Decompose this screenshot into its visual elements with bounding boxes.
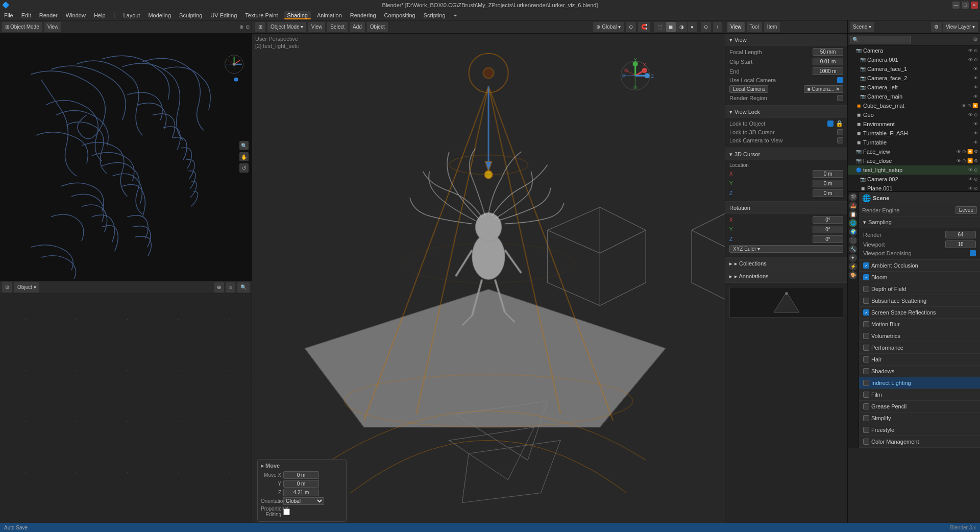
render-icon[interactable]: 🎬 <box>849 193 857 201</box>
rendered-btn[interactable]: ● <box>688 22 697 32</box>
world-icon[interactable]: 🌍 <box>849 228 857 236</box>
tab-shading[interactable]: Shading <box>284 11 311 19</box>
cursor-x-value[interactable]: 0 m <box>813 170 843 178</box>
snap-btn[interactable]: 🧲 <box>638 22 650 32</box>
outliner-search[interactable] <box>850 36 911 43</box>
n-panel-tool-btn[interactable]: Tool <box>747 22 762 32</box>
rotate-tool[interactable]: ↺ <box>239 163 249 173</box>
node-editor-canvas[interactable] <box>0 294 252 532</box>
viewport-denoising-checkbox[interactable] <box>970 250 976 256</box>
view-layer-icon[interactable]: 📋 <box>849 210 857 219</box>
menu-help[interactable]: Help <box>92 12 108 18</box>
tab-animation[interactable]: Animation <box>315 12 344 18</box>
modifier-icon[interactable]: 🔧 <box>849 245 857 253</box>
pan-tool[interactable]: ✋ <box>239 152 249 161</box>
outliner-item-face-view[interactable]: 📷 Face_view 👁 ⊙ 🔽 ⚙ <box>848 147 980 156</box>
hair-checkbox[interactable] <box>863 356 869 362</box>
ao-checkbox[interactable]: ✓ <box>863 262 869 269</box>
outliner-item-camera-face2[interactable]: 📷 Camera_face_2 👁 <box>848 74 980 83</box>
local-camera-btn[interactable]: Local Camera <box>729 85 768 93</box>
cursor-y-value[interactable]: 0 m <box>813 180 843 187</box>
simplify-title[interactable]: Simplify <box>859 413 980 424</box>
scene-icon[interactable]: 🌐 <box>849 219 857 227</box>
grease-pencil-title[interactable]: Grease Pencil <box>859 401 980 412</box>
outliner-item-camera-face1[interactable]: 📷 Camera_face_1 👁 <box>848 64 980 74</box>
scene-selector-btn[interactable]: Scene ▾ <box>850 22 874 32</box>
cursor-z-value[interactable]: 0 m <box>813 189 843 197</box>
lock-camera-view-checkbox[interactable] <box>837 137 843 143</box>
overlay-btn[interactable]: ⊙ <box>701 22 711 32</box>
tab-rendering[interactable]: Rendering <box>348 12 378 18</box>
freestyle-title[interactable]: Freestyle <box>859 424 980 436</box>
move-x-input[interactable] <box>283 471 319 479</box>
close-btn[interactable]: ✕ <box>971 2 978 9</box>
filter-btn[interactable]: ⚙ <box>931 22 942 32</box>
vol-title[interactable]: Volumetrics <box>859 330 980 342</box>
tab-sculpting[interactable]: Sculpting <box>177 12 204 18</box>
n-panel-item-btn[interactable]: Item <box>764 22 780 32</box>
output-icon[interactable]: 📤 <box>849 202 857 210</box>
move-y-input[interactable] <box>283 480 319 488</box>
gizmo-btn[interactable]: ↑ <box>713 22 722 32</box>
outliner-item-face-close[interactable]: 📷 Face_close 👁 ⊙ 🔽 ⚙ <box>848 156 980 165</box>
prop-editing-checkbox[interactable] <box>283 509 290 515</box>
menu-file[interactable]: File <box>2 12 15 18</box>
render-region-checkbox[interactable] <box>837 95 843 101</box>
menu-edit[interactable]: Edit <box>19 12 33 18</box>
view-section-header[interactable]: ▾ View <box>725 34 847 46</box>
view-menu-btn[interactable]: View <box>308 22 326 32</box>
color-management-checkbox[interactable] <box>863 439 869 445</box>
wireframe-btn[interactable]: ⬚ <box>654 22 665 32</box>
minimize-btn[interactable]: — <box>952 2 960 9</box>
lock-3d-cursor-checkbox[interactable] <box>837 129 843 135</box>
outliner-item-turntable[interactable]: ◼ Turntable 👁 <box>848 138 980 147</box>
lock-to-object-toggle[interactable] <box>827 120 834 127</box>
outliner-item-camera[interactable]: 📷 Camera 👁 ⊙ <box>848 46 980 55</box>
hair-title[interactable]: Hair <box>859 354 980 365</box>
bloom-checkbox[interactable]: ✓ <box>863 274 869 280</box>
tab-texture-paint[interactable]: Texture Paint <box>243 12 280 18</box>
shadows-title[interactable]: Shadows <box>859 366 980 377</box>
collections-header[interactable]: ▸ ▸ Collections <box>725 257 847 270</box>
outliner-item-test-light-setup[interactable]: 🔵 test_light_setup 👁 ⊙ <box>848 165 980 175</box>
clip-start-value[interactable]: 0.01 m <box>813 58 843 65</box>
node-options-btn[interactable]: ≡ <box>226 282 235 293</box>
tab-compositing[interactable]: Compositing <box>382 12 418 18</box>
editor-type-btn[interactable]: ⊙ <box>2 282 12 293</box>
grease-pencil-checkbox[interactable] <box>863 403 869 409</box>
bloom-title[interactable]: ✓ Bloom <box>859 272 980 283</box>
end-value[interactable]: 1000 m <box>813 67 843 75</box>
material-props-icon[interactable]: 🎨 <box>849 271 857 279</box>
editor-mode-btn[interactable]: ⊞ <box>255 22 265 32</box>
tab-scripting[interactable]: Scripting <box>422 12 448 18</box>
material-btn[interactable]: ◑ <box>676 22 687 32</box>
outliner-options-btn[interactable]: View Layer ▾ <box>943 22 978 32</box>
perf-title[interactable]: Performance <box>859 342 980 353</box>
n-panel-view-btn[interactable]: View <box>727 22 745 32</box>
outliner-item-cube-base[interactable]: ◼ Cube_base_mat 👁 ⊙ 🔽 <box>848 101 980 110</box>
indirect-lighting-checkbox[interactable] <box>863 380 869 386</box>
mb-title[interactable]: Motion Blur <box>859 319 980 330</box>
sampling-title[interactable]: ▾ Sampling <box>859 216 980 228</box>
zoom-btn[interactable]: 🔍 <box>237 282 250 293</box>
rot-x-value[interactable]: 0° <box>813 216 843 224</box>
perf-checkbox[interactable] <box>863 345 869 351</box>
rot-z-value[interactable]: 0° <box>813 235 843 243</box>
object-menu-btn[interactable]: Object <box>367 22 388 32</box>
add-menu-btn[interactable]: Add <box>350 22 365 32</box>
camera-dropdown-btn[interactable]: ■ Camera... ✕ <box>804 85 844 93</box>
tab-add[interactable]: + <box>452 12 459 18</box>
viewport-value[interactable]: 16 <box>945 240 976 248</box>
outliner-item-geo[interactable]: ◼ Geo 👁 ⊙ <box>848 110 980 119</box>
render-value[interactable]: 64 <box>945 231 976 238</box>
outliner-item-camera-left[interactable]: 📷 Camera_left 👁 <box>848 83 980 92</box>
transform-pivot-btn[interactable]: ⊙ <box>626 22 636 32</box>
view-controls-btn[interactable]: ⊕ <box>214 282 224 293</box>
sss-title[interactable]: Subsurface Scattering <box>859 295 980 306</box>
simplify-checkbox[interactable] <box>863 415 869 421</box>
sss-checkbox[interactable] <box>863 298 869 304</box>
outliner-item-turntable-flash[interactable]: ◼ Turntable_FLASH 👁 <box>848 129 980 138</box>
select-menu-btn[interactable]: Select <box>327 22 348 32</box>
top-left-canvas[interactable]: 🔍 ✋ ↺ <box>0 34 252 280</box>
film-checkbox[interactable] <box>863 392 869 398</box>
